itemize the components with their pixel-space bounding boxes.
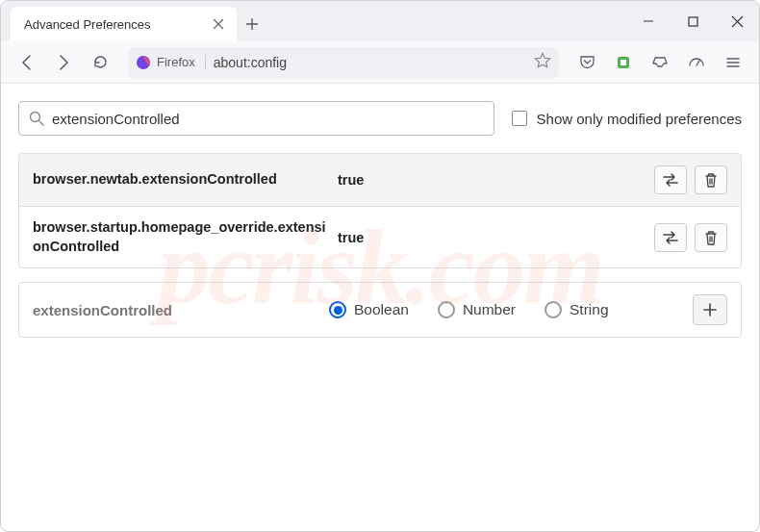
preference-row: browser.newtab.extensionControlled true <box>19 154 741 206</box>
new-tab-button[interactable] <box>237 7 267 41</box>
preference-row: browser.startup.homepage_override.extens… <box>19 206 741 267</box>
menu-button[interactable] <box>717 46 749 79</box>
delete-button[interactable] <box>695 165 727 194</box>
close-window-button[interactable] <box>715 1 759 41</box>
radio-number[interactable]: Number <box>438 301 516 318</box>
svg-rect-3 <box>621 60 626 65</box>
url-input[interactable] <box>214 55 526 70</box>
inbox-icon[interactable] <box>644 46 676 79</box>
radio-icon <box>438 301 455 318</box>
toggle-button[interactable] <box>654 165 687 194</box>
add-preference-button[interactable] <box>693 294 727 325</box>
preference-name: browser.startup.homepage_override.extens… <box>33 218 326 256</box>
content-area: pcrisk.com Show only modified preference… <box>1 84 759 355</box>
preference-value: true <box>338 230 643 245</box>
pocket-icon[interactable] <box>570 46 603 79</box>
bookmark-star-icon[interactable] <box>534 52 551 73</box>
close-tab-icon[interactable] <box>210 15 227 33</box>
search-row: Show only modified preferences <box>18 101 742 136</box>
minimize-button[interactable] <box>626 1 671 41</box>
new-preference-name: extensionControlled <box>33 302 312 318</box>
show-modified-checkbox[interactable]: Show only modified preferences <box>512 111 742 127</box>
radio-label: Number <box>463 301 516 318</box>
radio-boolean[interactable]: Boolean <box>329 301 409 318</box>
navigation-toolbar: Firefox <box>1 41 759 84</box>
reload-button[interactable] <box>84 46 116 79</box>
preference-name: browser.newtab.extensionControlled <box>33 170 326 190</box>
preference-list: browser.newtab.extensionControlled true … <box>18 153 742 268</box>
urlbar-identity-label: Firefox <box>157 55 195 69</box>
back-button[interactable] <box>11 46 43 79</box>
dashboard-icon[interactable] <box>680 46 713 79</box>
preference-value: true <box>338 172 643 188</box>
toggle-button[interactable] <box>654 223 687 252</box>
firefox-logo-icon <box>136 55 151 70</box>
maximize-button[interactable] <box>671 1 715 41</box>
type-radio-group: Boolean Number String <box>329 301 675 318</box>
window-controls <box>626 1 759 41</box>
svg-point-4 <box>31 113 40 122</box>
checkbox-icon <box>512 111 527 126</box>
extension-icon[interactable] <box>607 46 640 79</box>
url-bar[interactable]: Firefox <box>128 47 559 78</box>
radio-label: Boolean <box>354 301 409 318</box>
preference-search-input[interactable] <box>52 111 484 127</box>
delete-button[interactable] <box>695 223 727 252</box>
new-preference-block: extensionControlled Boolean Number Strin… <box>18 282 742 338</box>
urlbar-identity: Firefox <box>136 55 206 70</box>
checkbox-label-text: Show only modified preferences <box>537 111 742 127</box>
preference-search-box[interactable] <box>18 101 494 136</box>
tab-title: Advanced Preferences <box>24 17 210 32</box>
radio-string[interactable]: String <box>545 301 609 318</box>
browser-tab[interactable]: Advanced Preferences <box>11 7 237 41</box>
svg-rect-0 <box>689 17 697 26</box>
titlebar: Advanced Preferences <box>1 1 759 41</box>
forward-button[interactable] <box>47 46 80 79</box>
radio-icon <box>545 301 562 318</box>
radio-icon <box>329 301 346 318</box>
radio-label: String <box>570 301 609 318</box>
search-icon <box>29 111 44 126</box>
